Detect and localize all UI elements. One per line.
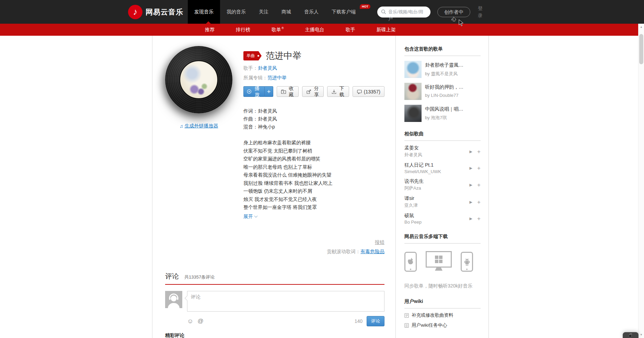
player-lock-tab[interactable]	[623, 332, 639, 338]
similar-song-artist: Simeli/UWK_UWK	[404, 169, 467, 174]
nav-item-musician[interactable]: 音乐人	[298, 0, 325, 24]
similar-song-artist: Bo Peep	[404, 219, 467, 225]
add-song-icon[interactable]: +	[477, 199, 481, 205]
share-button[interactable]: 分享	[302, 86, 324, 97]
submit-comment-button[interactable]: 评论	[367, 316, 384, 326]
android-robot-icon	[464, 258, 470, 266]
similar-song-name[interactable]: 狂人日记 Pt.1	[404, 162, 467, 168]
similar-song-item[interactable]: 说书先生 阿萨Aza ▶ +	[404, 178, 481, 191]
music-note-icon: ♫	[180, 123, 183, 129]
mention-at-icon[interactable]: @	[197, 318, 203, 325]
nav-item-store[interactable]: 商城	[275, 0, 298, 24]
similar-song-name[interactable]: 孟姜女	[404, 145, 467, 151]
playlist-cover[interactable]	[404, 105, 422, 122]
similar-song-item[interactable]: 狂人日记 Pt.1 Simeli/UWK_UWK ▶ +	[404, 162, 481, 174]
nav-item-discover[interactable]: 发现音乐	[188, 0, 220, 24]
playlist-owner[interactable]: by 泡泡7琪	[425, 115, 476, 121]
contribute-lyrics-label: 贡献滚动歌词：	[327, 249, 360, 254]
scrollbar-up-arrow[interactable]: ▲	[639, 25, 644, 29]
subnav-item-new-albums[interactable]: 新碟上架	[377, 27, 396, 33]
subnav-item-playlists[interactable]: 歌单®	[272, 26, 284, 33]
playlist-cover[interactable]	[404, 61, 422, 78]
play-label: 播放	[253, 86, 261, 98]
comment-count-label: (13357)	[364, 89, 380, 94]
playlist-title[interactable]: 中国风说唱｜唱…	[425, 106, 476, 112]
nav-item-follow[interactable]: 关注	[252, 0, 275, 24]
android-device-icon[interactable]	[461, 252, 473, 272]
comments-header: 评论 共13357条评论	[165, 272, 384, 285]
download-button[interactable]: 下载	[327, 86, 349, 97]
download-label: 下载	[338, 86, 345, 98]
comment-input[interactable]	[187, 291, 384, 312]
favorite-button[interactable]: 收藏	[277, 86, 299, 97]
brand-logo[interactable]: ♪ 网易云音乐	[128, 5, 183, 19]
add-song-icon[interactable]: +	[477, 216, 481, 222]
windows-logo-icon	[435, 256, 442, 263]
playlist-item[interactable]: 卦者那啥子靈風… by 靈風不是灵风	[404, 61, 481, 78]
play-song-icon[interactable]: ▶	[470, 200, 472, 204]
report-error-link[interactable]: 报错	[375, 239, 384, 245]
playlist-item[interactable]: 听好我的押韵，… by LIN-Double77	[404, 83, 481, 100]
album-label: 所属专辑：	[243, 75, 267, 80]
playlist-owner[interactable]: by 靈風不是灵风	[425, 71, 476, 77]
album-link[interactable]: 范进中举	[267, 75, 287, 80]
download-caption: 同步歌单，随时畅听320k好音乐	[404, 282, 481, 290]
add-song-icon[interactable]: +	[477, 149, 481, 155]
comments-title: 评论	[165, 272, 179, 281]
play-song-icon[interactable]: ▶	[470, 149, 472, 154]
creator-center-button[interactable]: 创作者中心	[437, 7, 470, 17]
lyrics-text: 身上的粗布麻衣盖着勒紧的裤腰 伏案不知不觉 太阳已攀到了树梢 空旷的家里漏进的风…	[243, 139, 384, 212]
hot-badge: HOT	[360, 4, 370, 9]
lyrics-contributor-link[interactable]: 有毒危险品	[360, 249, 384, 254]
wiki-link-label: 用户wiki任务中心	[412, 322, 447, 328]
playlist-title[interactable]: 听好我的押韵，…	[425, 84, 476, 90]
similar-song-name[interactable]: 硕鼠	[404, 213, 467, 219]
page-scrollbar[interactable]: ▲ ▼	[638, 24, 644, 338]
playlist-title[interactable]: 卦者那啥子靈風…	[425, 62, 476, 68]
subnav-item-radio[interactable]: 主播电台	[305, 27, 324, 33]
emoji-picker-icon[interactable]: ☺	[187, 318, 193, 324]
similar-song-artist: 亚久津	[404, 202, 467, 209]
scrollbar-thumb[interactable]	[639, 34, 643, 64]
ios-device-icon[interactable]	[404, 252, 417, 272]
user-wiki-title: 用户wiki	[404, 298, 481, 308]
playlist-owner[interactable]: by LIN-Double77	[425, 93, 476, 98]
similar-song-name[interactable]: 说书先生	[404, 178, 467, 184]
nav-item-my-music[interactable]: 我的音乐	[220, 0, 252, 24]
wiki-link-task-center[interactable]: 用户wiki任务中心	[404, 322, 481, 328]
play-song-icon[interactable]: ▶	[470, 166, 472, 170]
generate-external-player-link[interactable]: ♫ 生成外链播放器	[180, 123, 243, 129]
search-input[interactable]: 音乐/视频/电台/用户	[377, 7, 430, 18]
playlist-cover[interactable]	[404, 83, 422, 100]
login-link[interactable]: 登录	[478, 5, 483, 19]
add-song-icon[interactable]: +	[477, 165, 481, 171]
apple-logo-icon	[407, 257, 414, 266]
windows-device-icon[interactable]	[426, 251, 452, 268]
top-navigation-bar: ♪ 网易云音乐 发现音乐 我的音乐 关注 商城 音乐人 下载客户端 HOT 音乐…	[0, 0, 644, 24]
scrollbar-down-arrow[interactable]: ▼	[639, 333, 644, 336]
wiki-link-edit-song-info[interactable]: 补充或修改歌曲资料	[404, 312, 481, 318]
edit-doc-icon	[404, 313, 409, 318]
person-headphones-icon	[165, 291, 182, 308]
playlist-item[interactable]: 中国风说唱｜唱… by 泡泡7琪	[404, 105, 481, 122]
expand-lyrics-link[interactable]: 展开	[243, 214, 257, 220]
similar-song-item[interactable]: 孟姜女 卦者灵风 ▶ +	[404, 145, 481, 158]
album-cover-art	[180, 60, 218, 99]
artist-link[interactable]: 卦者灵风	[258, 65, 277, 71]
similar-song-item[interactable]: 硕鼠 Bo Peep ▶ +	[404, 213, 481, 225]
home-button-dot	[410, 269, 411, 270]
similar-song-name[interactable]: 谭sir	[404, 195, 467, 202]
subnav-item-recommend[interactable]: 推荐	[205, 27, 215, 33]
search-placeholder: 音乐/视频/电台/用户	[388, 9, 425, 22]
share-label: 分享	[313, 86, 320, 98]
subnav-item-artists[interactable]: 歌手	[346, 27, 355, 33]
play-song-icon[interactable]: ▶	[470, 216, 472, 221]
play-button[interactable]: 播放	[243, 86, 264, 97]
similar-song-item[interactable]: 谭sir 亚久津 ▶ +	[404, 195, 481, 209]
comment-count-button[interactable]: (13357)	[353, 86, 384, 97]
add-to-playlist-button[interactable]: +	[264, 86, 273, 97]
play-song-icon[interactable]: ▶	[470, 183, 472, 187]
subnav-item-charts[interactable]: 排行榜	[236, 27, 250, 33]
add-song-icon[interactable]: +	[477, 182, 481, 188]
nav-item-download-client[interactable]: 下载客户端 HOT	[325, 0, 362, 24]
